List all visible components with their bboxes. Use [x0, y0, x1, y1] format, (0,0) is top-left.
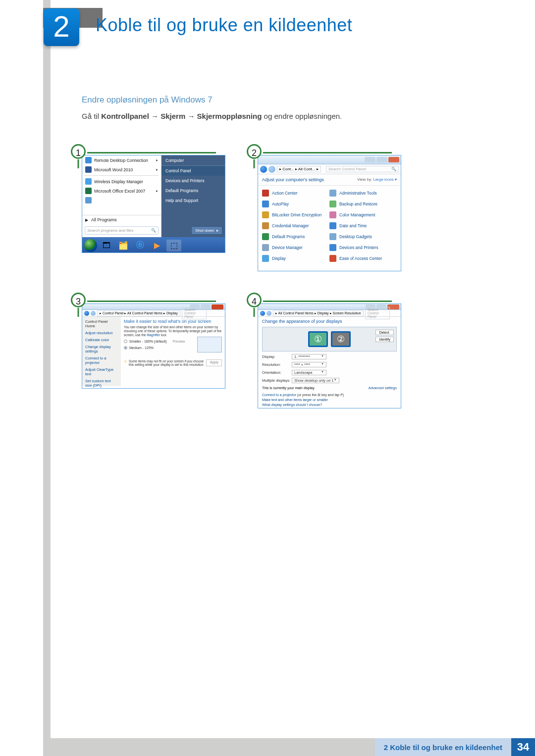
identify-button[interactable]: Identify [375, 337, 394, 342]
step-number-text: 1 [76, 148, 81, 158]
search-input[interactable]: Search Control Panel🔍 [326, 166, 399, 172]
minimize-icon[interactable] [365, 157, 375, 162]
step-connector [263, 152, 392, 153]
radio-medium[interactable]: Medium - 125% [124, 346, 193, 350]
main-pane: Change the appearance of your displays ①… [258, 317, 401, 408]
chevron-down-icon: ▼ [321, 362, 324, 367]
divider [85, 175, 159, 176]
side-link[interactable]: Change display settings [85, 345, 118, 353]
control-panel-items: Action CenterAutoPlayBitLocker Drive Enc… [258, 186, 401, 266]
screenshot-control-panel: ▸ Cont... ▸ All Cont... ▸ Search Control… [258, 155, 401, 271]
side-link[interactable]: Adjust resolution [85, 331, 118, 335]
back-button-icon[interactable] [84, 311, 89, 316]
value: 1. ******** [294, 354, 310, 359]
maximize-icon[interactable] [376, 157, 387, 162]
app-icon [85, 166, 92, 173]
submenu-arrow-icon: ▸ [156, 158, 158, 162]
search-input[interactable]: Search Control Panel [365, 307, 390, 319]
monitor-2-icon[interactable]: ② [331, 331, 351, 347]
link[interactable]: Connect to a projector (or press the ⊞ k… [262, 393, 397, 398]
side-link[interactable]: Calibrate color [85, 338, 118, 342]
chevron-down-icon: ▼ [321, 354, 324, 359]
taskbar-icon[interactable]: ⬚ [166, 240, 181, 252]
link[interactable]: Make text and other items larger or smal… [262, 398, 397, 403]
t: og endre oppløsningen. [262, 112, 342, 120]
start-menu-item[interactable]: Microsoft Word 2010▸ [82, 165, 161, 174]
control-panel-item[interactable]: Devices and Printers [329, 242, 397, 253]
control-panel-item[interactable]: Default Programs [262, 231, 329, 242]
row-orientation: Orientation:Landscape▼ [262, 370, 397, 375]
link[interactable]: What display settings should I choose? [262, 403, 397, 407]
close-icon[interactable] [212, 304, 223, 309]
advanced-link[interactable]: Advanced settings [369, 386, 397, 390]
item-icon [329, 222, 336, 229]
all-programs[interactable]: ▶All Programs [82, 215, 161, 224]
magnifier-link[interactable]: Magnifier [147, 333, 160, 337]
radio-icon [124, 346, 127, 350]
start-right-item[interactable]: Help and Support [161, 196, 225, 205]
start-orb-icon[interactable] [84, 239, 97, 252]
label: Microsoft Office Excel 2007 [94, 189, 145, 194]
header-text: Adjust your computer's settings [262, 177, 324, 182]
control-panel-item[interactable]: Date and Time [329, 220, 397, 231]
start-menu-item[interactable]: Remote Desktop Connection▸ [82, 155, 161, 165]
taskbar-icon[interactable]: ▶ [150, 240, 164, 252]
taskbar-icon[interactable]: ⓔ [133, 240, 148, 252]
app-icon [85, 178, 92, 185]
step-connector [263, 301, 392, 302]
forward-button-icon[interactable] [268, 166, 275, 173]
item-icon [262, 233, 269, 240]
display-select[interactable]: 1. ********▼ [292, 354, 326, 359]
breadcrumb[interactable]: ▸ All Control Panel Items ▸ Display ▸ Sc… [273, 310, 364, 316]
side-link[interactable]: Set custom text size (DPI) [85, 379, 118, 388]
start-menu-item[interactable]: Microsoft Office Excel 2007▸ [82, 186, 161, 196]
shutdown-button[interactable]: Shut down▸ [191, 226, 222, 235]
start-menu-item[interactable] [82, 196, 161, 205]
close-icon[interactable] [388, 157, 399, 162]
control-panel-item[interactable]: Backup and Restore [329, 199, 397, 209]
start-right-item[interactable]: Default Programs [161, 186, 225, 196]
radio-smaller[interactable]: Smaller - 100% (default)Preview [124, 340, 193, 343]
start-right-item[interactable]: Computer [161, 155, 225, 165]
item-label: Default Programs [272, 234, 305, 239]
control-panel-item[interactable]: Color Management [329, 209, 397, 220]
taskbar-icon[interactable]: 🗔 [99, 240, 114, 252]
chevron-down-icon: ▼ [321, 370, 324, 375]
breadcrumb[interactable]: ▸ Control Panel ▸ All Control Panel Item… [97, 310, 180, 316]
back-button-icon[interactable] [260, 166, 267, 173]
breadcrumb[interactable]: ▸ Cont... ▸ All Cont... ▸ [277, 166, 321, 172]
back-button-icon[interactable] [260, 311, 265, 316]
item-icon [329, 244, 336, 251]
control-panel-item[interactable]: Administrative Tools [329, 188, 397, 199]
control-panel-item[interactable]: Action Center [262, 188, 329, 199]
orientation-select[interactable]: Landscape▼ [292, 370, 326, 375]
taskbar-icon[interactable]: 🗂️ [116, 240, 131, 252]
side-link[interactable]: Connect to a projector [85, 356, 118, 365]
search-input[interactable]: Search programs and files🔍 [85, 226, 159, 235]
monitor-1-icon[interactable]: ① [308, 331, 328, 347]
label: Multiple displays: [262, 378, 292, 383]
side-link[interactable]: Adjust ClearType text [85, 367, 118, 376]
control-panel-item[interactable]: Ease of Access Center [329, 253, 397, 264]
multi-select[interactable]: Show desktop only on 1▼ [292, 378, 339, 383]
placeholder: Search Control Panel [368, 308, 387, 318]
start-right-item[interactable]: Control Panel [161, 166, 225, 176]
control-panel-item[interactable]: BitLocker Drive Encryption [262, 209, 329, 220]
item-icon [329, 255, 336, 262]
control-panel-item[interactable]: Credential Manager [262, 220, 329, 231]
control-panel-item[interactable]: AutoPlay [262, 199, 329, 209]
start-menu-item[interactable]: Wireless Display Manager [82, 177, 161, 186]
start-right-item[interactable]: Devices and Printers [161, 176, 225, 186]
control-panel-item[interactable]: Display [262, 253, 329, 264]
forward-button-icon[interactable] [267, 311, 271, 316]
detect-button[interactable]: Detect [375, 330, 394, 335]
forward-button-icon[interactable] [91, 311, 96, 316]
apply-button[interactable]: Apply [206, 359, 222, 366]
view-by[interactable]: View by: Large icons ▾ [357, 177, 397, 182]
resolution-select[interactable]: **** × ****▼ [292, 362, 326, 367]
page-number: 34 [511, 738, 535, 756]
control-panel-item[interactable]: Device Manager [262, 242, 329, 253]
control-panel-item[interactable]: Desktop Gadgets [329, 231, 397, 242]
panel-4: 4 ▸ All Control Panel Items ▸ Display ▸ … [258, 303, 401, 408]
arrow-icon: → [185, 112, 197, 120]
